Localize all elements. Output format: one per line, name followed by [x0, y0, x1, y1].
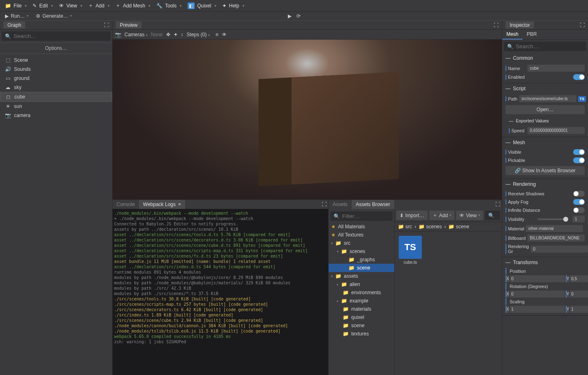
camera-icon: 📷	[115, 32, 121, 38]
crumb-src[interactable]: 📁 src	[398, 224, 412, 230]
expand-icon[interactable]: ⛶	[494, 22, 499, 28]
speed-input[interactable]	[527, 127, 585, 134]
scaling-x-input[interactable]	[510, 306, 565, 313]
name-input[interactable]	[527, 65, 585, 72]
expand-icon[interactable]: ⛶	[104, 22, 109, 28]
menu-quixel[interactable]: ◧Quixel▾	[185, 2, 219, 9]
tree-item-Scene[interactable]: ⬚Scene	[0, 56, 112, 65]
menu-edit[interactable]: ✎Edit▾	[30, 2, 56, 9]
tree-item-camera[interactable]: 📷camera	[0, 111, 112, 120]
section-mesh[interactable]: — Mesh	[502, 137, 588, 148]
tab-pbr[interactable]: PBR	[522, 30, 541, 40]
updown-icon[interactable]: ↕	[181, 32, 183, 38]
tree-item-Sounds[interactable]: 🔊Sounds	[0, 65, 112, 74]
folder-assets[interactable]: ▾📁assets	[329, 272, 394, 280]
all-textures[interactable]: ★All Textures	[329, 231, 394, 239]
tab-webpack-logs[interactable]: Webpack Logs ×	[139, 200, 185, 209]
tree-item-ground[interactable]: ▭ground	[0, 74, 112, 83]
material-input[interactable]	[526, 225, 583, 232]
folder-environments[interactable]: 📁environments	[329, 288, 394, 297]
play-icon[interactable]: ▶	[288, 13, 292, 19]
menu-icon[interactable]: ≡	[216, 32, 219, 38]
viewport[interactable]	[113, 40, 502, 199]
position-x-input[interactable]	[510, 275, 565, 282]
menu-tools[interactable]: 🔧Tools▾	[154, 2, 184, 9]
inspector-search[interactable]	[516, 43, 583, 49]
pickable-toggle[interactable]	[573, 157, 585, 163]
move-icon[interactable]: ✥	[166, 32, 170, 38]
reload-icon[interactable]: ⟳	[296, 13, 301, 19]
folder-example[interactable]: ▸📁example	[329, 297, 394, 305]
menu-add[interactable]: ＋Add▾	[86, 2, 112, 9]
visibility-input[interactable]	[572, 216, 585, 223]
cameras-dropdown[interactable]: Cameras ▾	[125, 32, 148, 38]
section-rendering[interactable]: — Rendering	[502, 179, 588, 190]
graph-search-input[interactable]	[14, 33, 107, 39]
folder-scenes[interactable]: ▾📁scenes	[329, 247, 394, 255]
open-button[interactable]: Open…	[506, 105, 585, 114]
path-input[interactable]	[519, 95, 576, 102]
add-button[interactable]: ＋ Add ▾	[429, 211, 454, 220]
section-transforms[interactable]: — Transforms	[502, 257, 588, 268]
enabled-toggle[interactable]	[573, 74, 585, 80]
menu-file[interactable]: 📁File▾	[2, 2, 29, 9]
target-icon[interactable]: ✦	[174, 32, 178, 38]
crumb-scenes[interactable]: 📁 scenes	[419, 224, 442, 230]
expand-icon[interactable]: ⛶	[494, 200, 502, 209]
menu-add-mesh[interactable]: ＋Add Mesh▾	[113, 2, 153, 9]
section-script[interactable]: — Script	[502, 83, 588, 94]
fog-toggle[interactable]	[573, 199, 585, 205]
visibility-slider[interactable]	[538, 218, 568, 220]
console-output[interactable]: ./node_modules/.bin/webpack --mode devel…	[113, 209, 328, 375]
tab-assets-browser[interactable]: Assets Browser	[352, 200, 394, 209]
inspector-tab[interactable]: Inspector	[506, 21, 534, 28]
expand-icon[interactable]: ⛶	[320, 200, 328, 209]
menu-view[interactable]: 👁View▾	[56, 2, 85, 9]
steps-dropdown[interactable]: Steps (0) ▾	[187, 32, 210, 38]
folder-materials[interactable]: 📁materials	[329, 305, 394, 313]
rg-input[interactable]	[531, 246, 588, 253]
folder-textures[interactable]: 📁textures	[329, 330, 394, 338]
visible-toggle[interactable]	[573, 149, 585, 155]
section-common[interactable]: — Common	[502, 53, 588, 63]
all-materials[interactable]: ★All Materials	[329, 223, 394, 231]
options-button[interactable]: Options…	[0, 42, 112, 54]
assets-filter[interactable]: 🔍	[330, 211, 393, 221]
tree-item-sun[interactable]: ☀sun	[0, 102, 112, 111]
shadows-toggle[interactable]	[573, 191, 585, 197]
run-button[interactable]: ▶ Run… ▾	[2, 12, 31, 20]
show-in-browser-button[interactable]: 🔗 Show In Assets Browser	[506, 166, 585, 175]
scaling-y-input[interactable]	[570, 306, 588, 313]
rotation-x-input[interactable]	[510, 291, 565, 298]
generate-button[interactable]: ⚙ Generate… ▾	[33, 12, 74, 20]
view-button[interactable]: 👁 View ▾	[456, 211, 483, 220]
tab-console[interactable]: Console	[113, 200, 139, 209]
folder-src[interactable]: ▾📁src	[329, 239, 394, 247]
tree-item-cube[interactable]: ◻cube	[0, 92, 112, 102]
tree-item-sky[interactable]: ☁sky	[0, 83, 112, 92]
expand-icon[interactable]: ⛶	[580, 22, 585, 28]
tab-mesh[interactable]: Mesh	[502, 30, 522, 40]
close-icon[interactable]: ×	[178, 202, 181, 207]
folder-scene[interactable]: 📁scene	[329, 264, 394, 272]
tab-assets[interactable]: Assets	[329, 200, 352, 209]
asset-tile[interactable]: TS cube.ts	[399, 236, 422, 265]
filter-input[interactable]	[342, 213, 389, 219]
folder-alien[interactable]: ▸📁alien	[329, 280, 394, 288]
graph-search[interactable]: 🔍	[2, 31, 111, 41]
position-y-input[interactable]	[570, 275, 588, 282]
menu-help[interactable]: ✦Help▾	[220, 2, 247, 9]
billboard-input[interactable]	[527, 234, 585, 241]
folder-quixel[interactable]: 📁quixel	[329, 313, 394, 321]
rotation-y-input[interactable]	[570, 291, 588, 298]
crumb-scene[interactable]: 📁 scene	[448, 224, 469, 230]
import-button[interactable]: ⬇ Import…	[396, 211, 428, 220]
graph-tab[interactable]: Graph	[3, 21, 25, 28]
eye-icon[interactable]: 👁	[222, 32, 227, 38]
preview-tab[interactable]: Preview	[116, 21, 142, 28]
infinite-toggle[interactable]	[573, 207, 585, 213]
folder-scene[interactable]: 📁scene	[329, 321, 394, 330]
middle-column: Preview ⛶ 📷 Cameras ▾ None ✥ ✦ ↕ Steps (…	[113, 21, 502, 375]
exported-values[interactable]: — Exported Values	[502, 116, 588, 126]
folder-_graphs[interactable]: 📁_graphs	[329, 255, 394, 264]
